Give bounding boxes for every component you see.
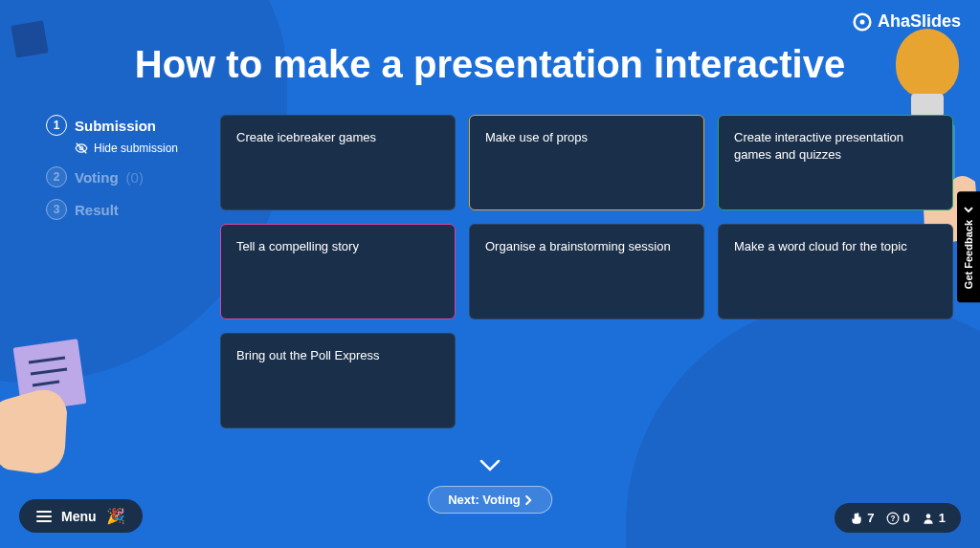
feedback-label: Get Feedback	[963, 220, 974, 289]
expand-chevron[interactable]	[479, 459, 501, 476]
submission-card[interactable]: Bring out the Poll Express	[220, 333, 456, 428]
step-label: Submission	[75, 118, 156, 134]
chevron-right-icon	[524, 495, 532, 505]
logo-icon	[853, 12, 872, 32]
step-submission[interactable]: 1 Submission	[46, 115, 178, 136]
step-label: Voting	[75, 169, 119, 186]
svg-point-13	[925, 514, 930, 518]
step-result[interactable]: 3 Result	[46, 199, 178, 220]
chevron-up-icon	[964, 205, 973, 214]
users-count: 1	[939, 511, 946, 525]
steps-sidebar: 1 Submission Hide submission 2 Voting (0…	[46, 115, 178, 220]
step-number: 3	[46, 199, 67, 220]
submission-card[interactable]: Create icebreaker games	[220, 115, 456, 210]
users-icon	[922, 512, 935, 525]
page-title: How to make a presentation interactive	[0, 43, 980, 86]
submission-card[interactable]: Make use of props	[469, 115, 704, 210]
step-label: Result	[75, 202, 119, 218]
hand-sticky-illustration	[0, 338, 124, 491]
menu-label: Menu	[61, 509, 97, 524]
hamburger-icon	[36, 511, 52, 522]
step-number: 2	[46, 166, 67, 187]
submission-card[interactable]: Organise a brainstorming session	[469, 224, 704, 319]
hide-label: Hide submission	[94, 142, 178, 155]
help-icon: ?	[886, 512, 900, 525]
eye-slash-icon	[75, 142, 88, 155]
brand-logo: AhaSlides	[853, 11, 961, 32]
help-count: 0	[903, 511, 910, 525]
menu-button[interactable]: Menu 🎉	[19, 499, 143, 533]
submission-card[interactable]: Tell a compelling story	[220, 224, 456, 319]
hand-count: 7	[867, 511, 874, 525]
users-stat[interactable]: 1	[922, 511, 946, 525]
hand-icon	[850, 512, 863, 525]
help-stat[interactable]: ? 0	[886, 511, 910, 525]
svg-point-8	[859, 19, 864, 24]
submission-card[interactable]: Make a word cloud for the topic	[718, 224, 953, 319]
brand-text: AhaSlides	[878, 11, 961, 32]
step-count: (0)	[126, 169, 144, 186]
next-button[interactable]: Next: Voting	[428, 486, 552, 514]
feedback-tab[interactable]: Get Feedback	[957, 191, 980, 302]
step-number: 1	[46, 115, 67, 136]
submission-cards-grid: Create icebreaker games Make use of prop…	[220, 115, 953, 428]
chevron-down-icon	[479, 459, 501, 472]
participation-stats: 7 ? 0 1	[835, 503, 961, 533]
step-voting[interactable]: 2 Voting (0)	[46, 166, 178, 187]
svg-text:?: ?	[890, 514, 895, 522]
confetti-icon: 🎉	[106, 507, 125, 525]
next-label: Next: Voting	[448, 493, 521, 507]
hide-submission-toggle[interactable]: Hide submission	[75, 142, 178, 155]
hand-stat[interactable]: 7	[850, 511, 874, 525]
submission-card[interactable]: Create interactive presentation games an…	[718, 115, 953, 210]
